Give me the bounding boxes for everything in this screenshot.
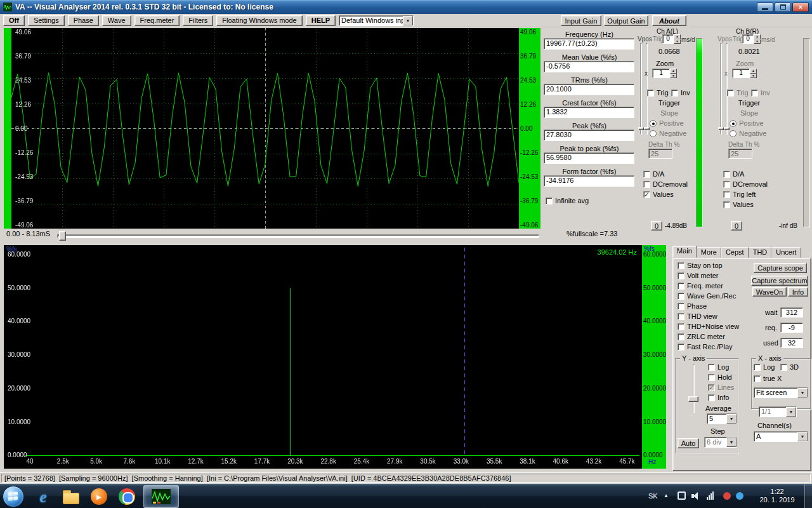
chevron-down-icon[interactable]: ▼ bbox=[726, 438, 737, 447]
channel-b-inv-checkbox[interactable]: Inv bbox=[751, 89, 770, 97]
channel-a-trig-thumb[interactable] bbox=[644, 127, 650, 130]
channel-a-trig-checkbox[interactable]: Trig bbox=[647, 89, 669, 97]
ratio-select[interactable]: 1/1▼ bbox=[759, 406, 797, 417]
phase-checkbox[interactable]: Phase bbox=[678, 302, 707, 310]
start-button[interactable] bbox=[3, 486, 24, 507]
wait-input[interactable]: 312 bbox=[780, 307, 803, 318]
clock[interactable]: 1:22 20. 1. 2019 bbox=[754, 488, 801, 504]
tab-main[interactable]: Main bbox=[672, 246, 697, 258]
channel-b-delta-th-input[interactable]: 25 bbox=[728, 149, 752, 159]
input-device-select[interactable]: Default Windows inp ▼ bbox=[339, 15, 414, 26]
step-select[interactable]: 6 div▼ bbox=[704, 437, 737, 448]
channel-a-zoom-spinner[interactable]: 1 ▲▼ bbox=[652, 69, 677, 78]
close-button[interactable]: × bbox=[792, 3, 809, 12]
spin-up-icon[interactable]: ▲ bbox=[754, 34, 761, 39]
channel-b-trig-thumb[interactable] bbox=[724, 127, 730, 130]
zrlc-meter-checkbox[interactable]: ZRLC meter bbox=[678, 333, 725, 340]
3d-checkbox[interactable]: 3D bbox=[780, 363, 799, 371]
y-scale-slider[interactable] bbox=[693, 364, 695, 413]
channel-b-vpos-slider[interactable] bbox=[720, 43, 722, 135]
hold-checkbox[interactable]: Hold bbox=[708, 373, 732, 381]
infinite-avg-checkbox[interactable]: Infinite avg bbox=[546, 197, 589, 204]
tab-uncert[interactable]: Uncert bbox=[771, 247, 801, 258]
spectrum-canvas[interactable] bbox=[4, 245, 642, 469]
channel-b-dcremoval-checkbox[interactable]: DCremoval bbox=[723, 180, 768, 188]
used-input[interactable]: 32 bbox=[780, 338, 803, 348]
spin-up-icon[interactable]: ▲ bbox=[750, 69, 757, 74]
maximize-button[interactable] bbox=[775, 3, 791, 12]
spin-up-icon[interactable]: ▲ bbox=[674, 34, 681, 39]
file-explorer-button[interactable] bbox=[60, 486, 82, 507]
chevron-down-icon[interactable]: ▼ bbox=[726, 414, 737, 424]
chevron-down-icon[interactable]: ▼ bbox=[797, 432, 808, 441]
channel-b-values-checkbox[interactable]: Values bbox=[723, 201, 754, 208]
show-desktop-button[interactable] bbox=[804, 485, 812, 508]
spin-up-icon[interactable]: ▲ bbox=[670, 69, 677, 74]
channel-a-vpos-reset-button[interactable]: 0 bbox=[651, 221, 662, 231]
channel-b-vpos-thumb[interactable] bbox=[718, 127, 724, 130]
channel-a-inv-checkbox[interactable]: Inv bbox=[671, 89, 690, 97]
internet-explorer-button[interactable]: e bbox=[32, 486, 55, 507]
true-x-checkbox[interactable]: true X bbox=[754, 375, 782, 382]
chevron-down-icon[interactable]: ▼ bbox=[403, 16, 413, 25]
info-button[interactable]: Info bbox=[788, 287, 808, 297]
channel-a-vpos-slider[interactable] bbox=[640, 43, 642, 135]
toolbar-off-button[interactable]: Off bbox=[3, 15, 25, 26]
channel-b-vpos-reset-button[interactable]: 0 bbox=[731, 221, 742, 231]
toolbar-help-button[interactable]: HELP bbox=[306, 15, 336, 26]
chevron-down-icon[interactable]: ▼ bbox=[786, 407, 796, 417]
channels-select[interactable]: A▼ bbox=[754, 431, 808, 442]
wave-on-button[interactable]: WaveOn bbox=[752, 287, 787, 297]
channel-a-vpos-spinner[interactable]: 0 ▲▼ bbox=[662, 34, 681, 44]
log-x-checkbox[interactable]: Log bbox=[754, 363, 775, 371]
tab-cepst[interactable]: Cepst bbox=[721, 247, 749, 258]
chrome-button[interactable] bbox=[115, 486, 138, 507]
channel-a-vpos-thumb[interactable] bbox=[638, 127, 644, 130]
visual-analyser-taskbar-button[interactable] bbox=[143, 485, 179, 508]
channel-b-zoom-spinner[interactable]: 1 ▲▼ bbox=[732, 69, 757, 78]
volt-meter-checkbox[interactable]: Volt meter bbox=[678, 272, 719, 279]
auto-button[interactable]: Auto bbox=[678, 438, 699, 448]
channel-a-da-checkbox[interactable]: D/A bbox=[643, 170, 664, 178]
media-player-button[interactable]: ▶ bbox=[88, 486, 110, 507]
fast-rec-play-checkbox[interactable]: Fast Rec./Play bbox=[678, 343, 733, 351]
output-gain-button[interactable]: Output Gain bbox=[604, 15, 648, 26]
freq-meter-checkbox[interactable]: Freq. meter bbox=[678, 282, 723, 290]
info-checkbox[interactable]: Info bbox=[708, 394, 729, 401]
channel-b-vpos-spinner[interactable]: 0 ▲▼ bbox=[742, 34, 761, 44]
spin-down-icon[interactable]: ▼ bbox=[750, 74, 757, 79]
thd-noise-view-checkbox[interactable]: THD+Noise view bbox=[678, 323, 739, 330]
channel-a-negative-radio[interactable]: Negative bbox=[650, 130, 686, 137]
language-indicator[interactable]: SK bbox=[648, 492, 658, 500]
log-y-checkbox[interactable]: Log bbox=[708, 363, 729, 371]
update-tray-icon[interactable] bbox=[736, 492, 743, 500]
channel-a-delta-th-input[interactable]: 25 bbox=[648, 149, 672, 159]
toolbar-settings-button[interactable]: Settings bbox=[28, 15, 65, 26]
tab-more[interactable]: More bbox=[697, 247, 721, 258]
tray-expand-icon[interactable]: ▲ bbox=[664, 493, 669, 498]
toolbar-phase-button[interactable]: Phase bbox=[68, 15, 99, 26]
toolbar-wave-button[interactable]: Wave bbox=[102, 15, 131, 26]
y-scale-slider-thumb[interactable] bbox=[688, 396, 698, 402]
channel-b-negative-radio[interactable]: Negative bbox=[730, 130, 766, 137]
channel-a-values-checkbox[interactable]: ✓Values bbox=[643, 190, 674, 198]
spin-down-icon[interactable]: ▼ bbox=[674, 39, 681, 44]
chevron-down-icon[interactable]: ▼ bbox=[797, 388, 808, 398]
channel-a-dcremoval-checkbox[interactable]: DCremoval bbox=[643, 180, 688, 188]
input-gain-button[interactable]: Input Gain bbox=[561, 15, 601, 26]
scope-slider-thumb[interactable] bbox=[59, 231, 66, 241]
channel-b-da-checkbox[interactable]: D/A bbox=[723, 170, 744, 178]
about-button[interactable]: About bbox=[652, 15, 686, 26]
network-icon[interactable] bbox=[707, 491, 714, 500]
stay-on-top-checkbox[interactable]: Stay on top bbox=[678, 262, 723, 269]
toolbar-filters-button[interactable]: Filters bbox=[183, 15, 213, 26]
scope-position-slider[interactable] bbox=[57, 234, 539, 238]
pen-input-icon[interactable] bbox=[678, 491, 686, 500]
channel-b-trig-checkbox[interactable]: Trig bbox=[727, 89, 749, 97]
lines-checkbox[interactable]: ✓Lines bbox=[708, 384, 734, 391]
toolbar-freqmeter-button[interactable]: Freq.meter bbox=[134, 15, 180, 26]
channel-a-positive-radio[interactable]: Positive bbox=[650, 119, 684, 127]
capture-scope-button[interactable]: Capture scope bbox=[754, 263, 807, 273]
thd-view-checkbox[interactable]: THD view bbox=[678, 312, 717, 320]
security-tray-icon[interactable] bbox=[723, 492, 731, 500]
